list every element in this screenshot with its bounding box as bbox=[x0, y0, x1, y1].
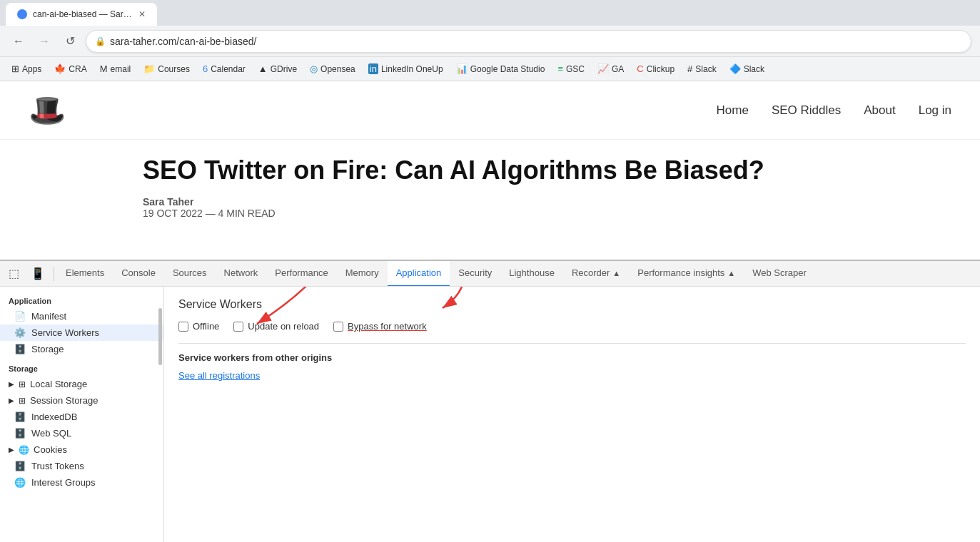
offline-checkbox-label[interactable]: Offline bbox=[178, 321, 219, 332]
offline-checkbox[interactable] bbox=[178, 322, 188, 332]
session-storage-grid-icon: ⊞ bbox=[19, 396, 26, 406]
devtools-inspect-icon[interactable]: ⬚ bbox=[3, 267, 25, 280]
other-origins-title: Service workers from other origins bbox=[178, 352, 966, 363]
local-storage-grid-icon: ⊞ bbox=[19, 379, 26, 389]
bookmark-clickup[interactable]: CClickup bbox=[631, 61, 680, 77]
bookmark-linkedin[interactable]: inLinkedIn OneUp bbox=[363, 61, 449, 77]
divider-1 bbox=[178, 343, 966, 344]
indexeddb-icon: 🗄️ bbox=[14, 411, 26, 422]
update-on-reload-checkbox[interactable] bbox=[233, 322, 243, 332]
devtools-body: Application 📄 Manifest ⚙️ Service Worker… bbox=[0, 287, 980, 542]
tab-application[interactable]: Application bbox=[388, 261, 450, 287]
tab-performance[interactable]: Performance bbox=[266, 261, 336, 287]
bookmark-cra[interactable]: 🍁CRA bbox=[49, 61, 92, 77]
bookmarks-bar: ⊞Apps 🍁CRA Memail 📁Courses 6Calendar ▲GD… bbox=[0, 57, 980, 81]
checkbox-row: Offline Update on reload Bypass for netw… bbox=[178, 321, 966, 332]
nav-login[interactable]: Log in bbox=[919, 103, 951, 118]
devtools-device-icon[interactable]: 📱 bbox=[25, 267, 51, 280]
tab-lighthouse[interactable]: Lighthouse bbox=[500, 261, 563, 287]
bookmark-ga[interactable]: 📈GA bbox=[592, 61, 630, 77]
site-header: 🎩 Home SEO Riddles About Log in bbox=[0, 81, 980, 140]
devtools-sidebar: Application 📄 Manifest ⚙️ Service Worker… bbox=[0, 287, 164, 542]
perf-insights-icon: ▲ bbox=[727, 269, 735, 277]
bookmark-opensea[interactable]: ◎Opensea bbox=[304, 61, 361, 77]
browser-chrome: can-ai-be-biased — Sara Taher ✕ ← → ↺ 🔒 … bbox=[0, 0, 980, 81]
recorder-icon: ▲ bbox=[612, 269, 620, 277]
sidebar-item-cookies[interactable]: ▶ 🌐 Cookies bbox=[0, 441, 163, 458]
address-bar[interactable]: 🔒 sara-taher.com/can-ai-be-biased/ bbox=[86, 30, 971, 53]
update-on-reload-label[interactable]: Update on reload bbox=[233, 321, 319, 332]
other-origins-section: Service workers from other origins See a… bbox=[178, 352, 966, 382]
tab-performance-insights[interactable]: Performance insights ▲ bbox=[629, 261, 744, 287]
forward-button[interactable]: → bbox=[34, 31, 54, 51]
service-workers-title: Service Workers bbox=[178, 298, 966, 311]
see-all-registrations-link[interactable]: See all registrations bbox=[178, 370, 260, 381]
article-date: 19 OCT 2022 bbox=[143, 208, 203, 219]
navigation-toolbar: ← → ↺ 🔒 sara-taher.com/can-ai-be-biased/ bbox=[0, 26, 980, 57]
site-nav: Home SEO Riddles About Log in bbox=[717, 103, 951, 118]
sidebar-section-application: Application bbox=[0, 292, 163, 308]
tab-console[interactable]: Console bbox=[113, 261, 164, 287]
nav-about[interactable]: About bbox=[864, 103, 895, 118]
author-name: Sara Taher bbox=[143, 196, 193, 208]
article-title: SEO Twitter on Fire: Can AI Algorithms B… bbox=[143, 154, 837, 188]
cookies-icon: 🌐 bbox=[19, 445, 29, 455]
tab-security[interactable]: Security bbox=[450, 261, 500, 287]
bookmark-slack2[interactable]: 🔷Slack bbox=[724, 61, 770, 77]
sidebar-item-trust-tokens[interactable]: 🗄️ Trust Tokens bbox=[0, 458, 163, 474]
interest-groups-icon: 🌐 bbox=[14, 477, 26, 488]
web-sql-icon: 🗄️ bbox=[14, 428, 26, 439]
bookmark-calendar[interactable]: 6Calendar bbox=[197, 61, 251, 77]
storage-icon: 🗄️ bbox=[14, 344, 26, 354]
tab-network[interactable]: Network bbox=[216, 261, 267, 287]
devtools-separator-1 bbox=[54, 267, 54, 281]
lock-icon: 🔒 bbox=[95, 36, 106, 46]
tab-recorder[interactable]: Recorder ▲ bbox=[563, 261, 629, 287]
bookmark-courses[interactable]: 📁Courses bbox=[138, 61, 196, 77]
nav-seo-riddles[interactable]: SEO Riddles bbox=[772, 103, 841, 118]
bookmark-slack1[interactable]: #Slack bbox=[682, 61, 722, 77]
local-storage-arrow-icon: ▶ bbox=[9, 380, 14, 388]
article-separator: — bbox=[206, 208, 218, 219]
address-text: sara-taher.com/can-ai-be-biased/ bbox=[110, 36, 256, 47]
tab-web-scraper[interactable]: Web Scraper bbox=[744, 261, 815, 287]
service-workers-icon: ⚙️ bbox=[14, 327, 26, 338]
sidebar-section-storage: Storage bbox=[0, 357, 163, 376]
reload-button[interactable]: ↺ bbox=[60, 31, 80, 51]
article-content: SEO Twitter on Fire: Can AI Algorithms B… bbox=[0, 140, 980, 233]
article-read-time: 4 MIN READ bbox=[218, 208, 276, 219]
tab-title: can-ai-be-biased — Sara Taher bbox=[33, 9, 133, 19]
tab-sources[interactable]: Sources bbox=[164, 261, 216, 287]
devtools-main-panel: Service Workers Offline Update on reload… bbox=[164, 287, 980, 542]
tab-elements[interactable]: Elements bbox=[57, 261, 113, 287]
bookmark-email[interactable]: Memail bbox=[94, 61, 137, 77]
active-tab[interactable]: can-ai-be-biased — Sara Taher ✕ bbox=[6, 3, 157, 26]
sidebar-item-local-storage[interactable]: ▶ ⊞ Local Storage bbox=[0, 376, 163, 392]
tab-memory[interactable]: Memory bbox=[337, 261, 388, 287]
session-storage-arrow-icon: ▶ bbox=[9, 397, 14, 404]
bypass-for-network-label[interactable]: Bypass for network bbox=[333, 321, 427, 332]
sidebar-item-storage[interactable]: 🗄️ Storage bbox=[0, 341, 163, 357]
sidebar-item-indexeddb[interactable]: 🗄️ IndexedDB bbox=[0, 409, 163, 425]
bookmark-gds[interactable]: 📊Google Data Studio bbox=[450, 61, 551, 77]
cookies-arrow-icon: ▶ bbox=[9, 446, 14, 454]
website-area: 🎩 Home SEO Riddles About Log in SEO Twit… bbox=[0, 81, 980, 260]
devtools: ⬚ 📱 Elements Console Sources Network Per… bbox=[0, 260, 980, 542]
devtools-tabbar: ⬚ 📱 Elements Console Sources Network Per… bbox=[0, 261, 980, 287]
bookmark-gdrive[interactable]: ▲GDrive bbox=[253, 61, 303, 77]
tab-close-icon[interactable]: ✕ bbox=[138, 9, 146, 19]
site-logo: 🎩 bbox=[29, 93, 66, 128]
trust-tokens-icon: 🗄️ bbox=[14, 461, 26, 471]
sidebar-item-web-sql[interactable]: 🗄️ Web SQL bbox=[0, 425, 163, 441]
bypass-for-network-checkbox[interactable] bbox=[333, 322, 343, 332]
bookmark-apps[interactable]: ⊞Apps bbox=[6, 61, 47, 77]
sidebar-item-session-storage[interactable]: ▶ ⊞ Session Storage bbox=[0, 392, 163, 409]
nav-home[interactable]: Home bbox=[717, 103, 749, 118]
tab-bar: can-ai-be-biased — Sara Taher ✕ bbox=[0, 0, 980, 26]
sidebar-item-manifest[interactable]: 📄 Manifest bbox=[0, 308, 163, 324]
bookmark-gsc[interactable]: ≡GSC bbox=[552, 61, 590, 77]
back-button[interactable]: ← bbox=[9, 31, 29, 51]
article-meta: Sara Taher 19 OCT 2022 — 4 MIN READ bbox=[143, 196, 837, 219]
sidebar-item-interest-groups[interactable]: 🌐 Interest Groups bbox=[0, 474, 163, 491]
sidebar-item-service-workers[interactable]: ⚙️ Service Workers bbox=[0, 324, 163, 341]
